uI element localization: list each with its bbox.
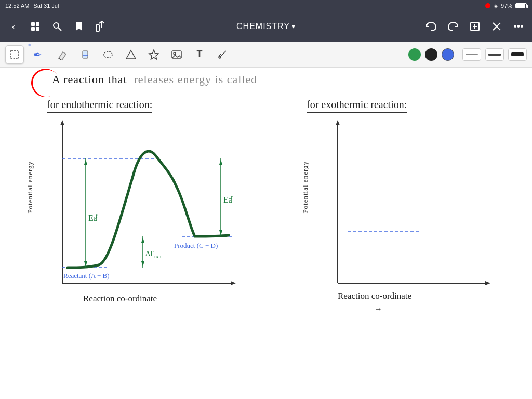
toolbar-left: ‹ (6, 19, 108, 34)
bluetooth-icon: ⎈ (28, 42, 31, 47)
line-medium[interactable] (485, 48, 504, 61)
date-display: Sat 31 Jul (33, 3, 59, 9)
toolbar-center: CHEMISTRY ▾ (236, 22, 296, 31)
svg-rect-2 (31, 27, 35, 31)
exo-svg: Reaction co-ordinate → (317, 117, 504, 325)
endo-svg: Ea f Ea r ΔE rxn Reactant (A + B) Produc… (42, 117, 249, 314)
battery-fill (516, 4, 525, 8)
svg-text:Product (C + D): Product (C + D) (174, 242, 218, 249)
more-button[interactable]: ••• (511, 19, 526, 34)
svg-rect-3 (36, 27, 39, 31)
star-tool[interactable] (144, 45, 163, 64)
svg-text:Reactant (A + B): Reactant (A + B) (63, 272, 110, 280)
thin-line-indicator (466, 54, 478, 55)
svg-marker-44 (141, 261, 144, 267)
search-button[interactable] (50, 19, 64, 34)
highlighter-tool[interactable] (76, 45, 95, 64)
eraser-tool[interactable] (53, 45, 72, 64)
svg-text:→: → (374, 304, 382, 313)
svg-marker-33 (84, 159, 87, 165)
color-blue[interactable] (442, 48, 454, 61)
shapes-tool[interactable] (122, 45, 140, 64)
toolbar-right: ••• (424, 19, 526, 34)
svg-point-24 (219, 56, 221, 58)
svg-marker-18 (126, 50, 136, 59)
grid-button[interactable] (28, 19, 43, 34)
top-partial-text: A reaction that releases energy is calle… (52, 73, 257, 86)
status-bar: 12:52 AM Sat 31 Jul ◈ 97% (0, 0, 532, 11)
lasso-tool[interactable] (99, 45, 117, 64)
svg-rect-13 (10, 50, 19, 59)
svg-rect-1 (36, 22, 39, 26)
image-tool[interactable] (167, 45, 186, 64)
endo-title: for endothermic reaction: (47, 99, 152, 113)
select-tool[interactable] (5, 45, 24, 64)
exo-y-label: Potential energy (301, 161, 310, 214)
line-thick[interactable] (508, 48, 527, 61)
recording-indicator (485, 3, 490, 8)
toolbar: ‹ C (0, 11, 532, 42)
exothermic-diagram: for exothermic reaction: Potential energ… (296, 99, 514, 338)
main-content: A reaction that releases energy is calle… (0, 68, 532, 399)
text-tool[interactable]: T (190, 45, 209, 64)
svg-text:r: r (231, 194, 233, 200)
close-button[interactable] (489, 19, 504, 34)
line-thin[interactable] (462, 48, 481, 61)
endo-y-label: Potential energy (26, 161, 34, 214)
svg-marker-19 (149, 50, 158, 59)
svg-text:f: f (96, 212, 98, 219)
medium-line-indicator (488, 54, 501, 56)
exo-title: for exothermic reaction: (307, 99, 407, 113)
battery-icon (515, 3, 527, 8)
magic-tool[interactable] (213, 45, 232, 64)
svg-rect-6 (96, 25, 99, 31)
battery-percent: 97% (501, 3, 512, 9)
add-page-button[interactable] (468, 19, 482, 34)
endothermic-diagram: for endothermic reaction: Potential ener… (21, 99, 260, 338)
share-button[interactable] (94, 19, 108, 34)
color-green[interactable] (408, 48, 421, 61)
status-right: ◈ 97% (485, 3, 527, 9)
svg-text:rxn: rxn (154, 254, 161, 259)
dropdown-icon[interactable]: ▾ (292, 23, 296, 30)
svg-marker-28 (231, 281, 236, 285)
svg-rect-0 (31, 22, 35, 26)
status-left: 12:52 AM Sat 31 Jul (5, 3, 59, 9)
svg-marker-43 (141, 237, 144, 243)
thick-line-indicator (511, 52, 524, 56)
time-display: 12:52 AM (5, 3, 29, 9)
svg-marker-38 (219, 159, 222, 165)
bluetooth-pen-wrapper: ⎈ ✒ (28, 45, 47, 64)
undo-button[interactable] (424, 19, 438, 34)
svg-marker-26 (60, 120, 64, 125)
svg-text:Reaction  co-ordinate: Reaction co-ordinate (83, 294, 157, 303)
wifi-icon: ◈ (494, 3, 498, 9)
svg-point-21 (174, 52, 176, 55)
svg-marker-53 (485, 281, 490, 285)
pen-tool[interactable]: ✒ (28, 45, 47, 64)
svg-marker-51 (336, 120, 340, 125)
svg-line-5 (58, 28, 61, 31)
document-title: CHEMISTRY (236, 22, 290, 31)
svg-point-17 (104, 51, 112, 58)
bookmark-button[interactable] (72, 19, 86, 34)
svg-text:ΔE: ΔE (145, 250, 155, 258)
redo-button[interactable] (446, 19, 460, 34)
drawing-tools-bar: ⎈ ✒ (0, 42, 532, 68)
svg-text:Reaction  co-ordinate: Reaction co-ordinate (338, 291, 411, 301)
color-black[interactable] (425, 48, 437, 61)
svg-rect-15 (83, 51, 88, 58)
back-button[interactable]: ‹ (6, 19, 21, 34)
svg-point-4 (54, 23, 59, 28)
